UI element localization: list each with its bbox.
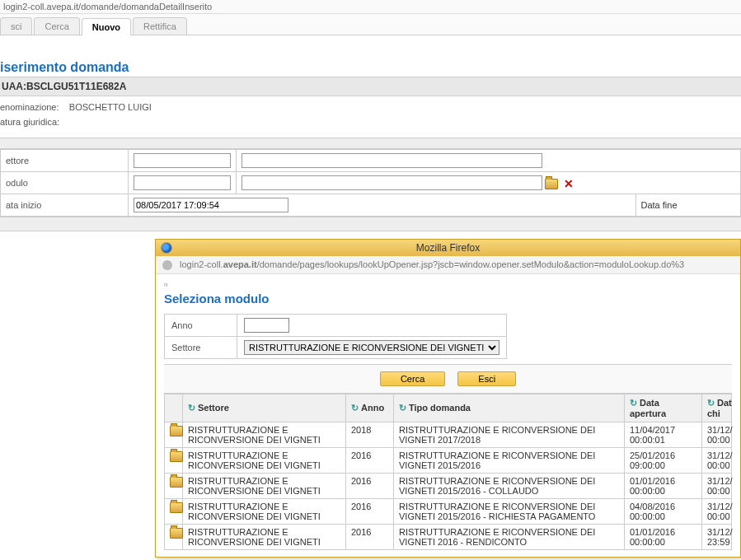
modulo-input-1[interactable] [134,175,231,190]
grid-spacer [0,138,741,149]
denominazione-row: enominazione: BOSCHETTO LUIGI [0,100,741,114]
modulo-input-2[interactable] [242,175,542,190]
denominazione-label: enominazione: [0,102,59,112]
datafine-label: Data fine [635,194,740,216]
datainizio-label: ata inizio [1,194,129,217]
form-table: ettore odulo ✕ ata inizio Data fine [0,149,741,217]
tabs: sci Cerca Nuovo Rettifica [0,14,741,35]
settore-input-2[interactable] [242,153,542,168]
breadcrumb: login2-coll.avepa.it/domande/domandaDeta… [0,0,741,14]
folder-icon[interactable] [545,179,558,189]
extra-spacer [0,217,741,231]
datainizio-input[interactable] [134,198,288,212]
settore-input-1[interactable] [134,153,231,168]
natura-label: atura giuridica: [0,117,59,127]
tab-nuovo[interactable]: Nuovo [82,18,131,35]
page-title: iserimento domanda [0,35,741,77]
tab-cerca[interactable]: Cerca [34,17,79,35]
natura-row: atura giuridica: [0,114,741,129]
settore-label: ettore [1,150,129,172]
modulo-label: odulo [1,172,129,194]
clear-icon[interactable]: ✕ [564,177,574,190]
tab-rettifica[interactable]: Rettifica [133,17,187,35]
denominazione-value: BOSCHETTO LUIGI [69,102,152,112]
cuaa-line: UAA:BSCLGU51T11E682A [0,77,741,96]
tab-sci[interactable]: sci [0,17,32,35]
